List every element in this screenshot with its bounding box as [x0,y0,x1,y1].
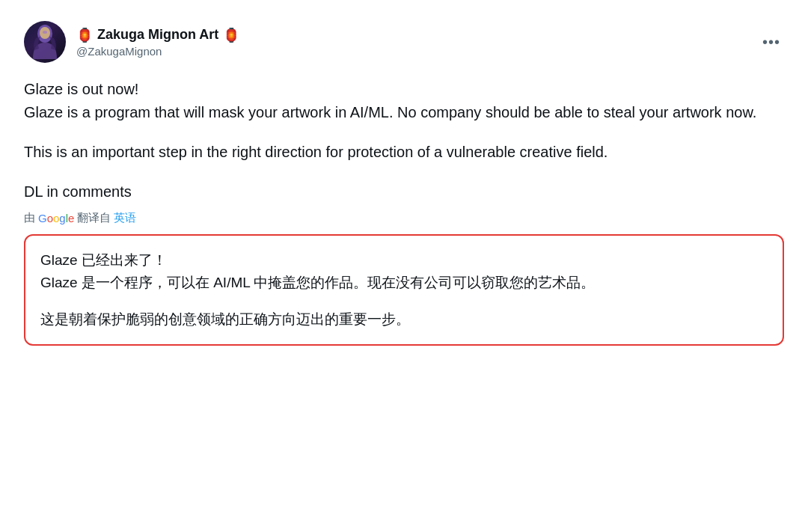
display-name: 🏮 Zakuga Mignon Art 🏮 [76,27,239,43]
translation-middle: 翻译自 [77,211,111,225]
author-username: @ZakugaMignon [76,45,239,58]
tweet-line-1: Glaze is out now! [24,78,784,101]
google-letter-o2: o [53,212,59,224]
translation-box: Glaze 已经出来了！ Glaze 是一个程序，可以在 AI/ML 中掩盖您的… [24,234,784,346]
author-info: 🏮 Zakuga Mignon Art 🏮 @ZakugaMignon [24,21,239,63]
more-options-button[interactable]: ••• [759,29,784,55]
google-letter-g2: g [59,212,65,224]
lantern-right-icon: 🏮 [223,27,239,43]
translation-line-1: Glaze 已经出来了！ [40,249,768,272]
translation-prefix: 由 [24,211,35,225]
svg-point-2 [43,31,47,34]
tweet-text-block-1: Glaze is out now! Glaze is a program tha… [24,78,784,124]
tweet-text-block-2: This is an important step in the right d… [24,141,784,164]
translation-text: Glaze 已经出来了！ Glaze 是一个程序，可以在 AI/ML 中掩盖您的… [40,249,768,331]
tweet-dl-line: DL in comments [24,180,784,204]
google-logo: Google [38,212,74,224]
google-letter-g1: G [38,212,47,224]
author-display-name: Zakuga Mignon Art [97,27,218,43]
translation-source-lang[interactable]: 英语 [114,211,136,225]
tweet-header: 🏮 Zakuga Mignon Art 🏮 @ZakugaMignon ••• [24,21,784,63]
google-letter-e: e [68,212,74,224]
translation-bar: 由 Google 翻译自 英语 [24,211,784,225]
tweet-card: 🏮 Zakuga Mignon Art 🏮 @ZakugaMignon ••• … [0,0,808,532]
translation-line-2: Glaze 是一个程序，可以在 AI/ML 中掩盖您的作品。现在没有公司可以窃取… [40,272,768,294]
tweet-line-3: This is an important step in the right d… [24,141,784,164]
google-letter-o1: o [47,212,53,224]
translation-line-3: 这是朝着保护脆弱的创意领域的正确方向迈出的重要一步。 [40,308,768,331]
lantern-left-icon: 🏮 [76,27,93,43]
avatar[interactable] [24,21,66,63]
user-info: 🏮 Zakuga Mignon Art 🏮 @ZakugaMignon [76,27,239,58]
tweet-line-2: Glaze is a program that will mask your a… [24,101,784,124]
tweet-body: Glaze is out now! Glaze is a program tha… [24,78,784,346]
